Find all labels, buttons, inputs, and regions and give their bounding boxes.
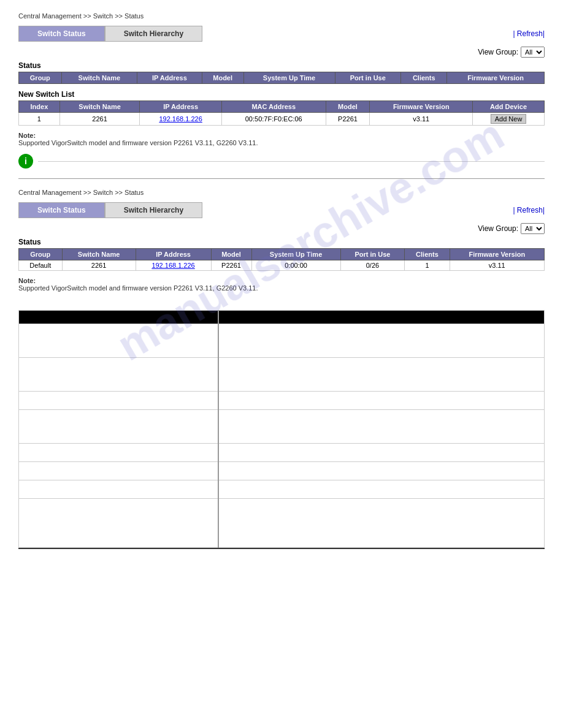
ns-ip: 192.168.1.226: [140, 113, 222, 126]
note-text-2: Supported VigorSwitch model and firmware…: [18, 284, 258, 292]
ns-switch-name: 2261: [59, 113, 140, 126]
bottom-label-3: [19, 392, 219, 410]
bottom-label-6: [19, 462, 219, 480]
bottom-thick-divider: [18, 548, 545, 549]
bottom-table-section: [18, 310, 545, 549]
s2-row-group: Default: [19, 260, 63, 271]
view-group-select-1[interactable]: All: [521, 47, 545, 58]
note-section-1: Note: Supported VigorSwitch model and fi…: [18, 132, 545, 146]
bottom-table-header: [19, 311, 545, 324]
note-title-2: Note:: [18, 277, 36, 284]
new-switch-list-label: New Switch List: [18, 90, 545, 99]
table-row: Default 2261 192.168.1.226 P2261 0:00:00…: [19, 260, 545, 271]
ns-col-add: Add Device: [473, 101, 545, 113]
s2-col-model: Model: [211, 249, 251, 260]
tab-bar-2: Switch Status Switch Hierarchy | Refresh…: [18, 202, 545, 218]
s2-ip-link[interactable]: 192.168.1.226: [151, 262, 194, 269]
refresh-link-2[interactable]: | Refresh|: [513, 206, 545, 214]
status-table-2: Group Switch Name IP Address Model Syste…: [18, 248, 545, 271]
breadcrumb-2: Central Management >> Switch >> Status: [18, 189, 545, 196]
bottom-value-4: [218, 410, 544, 444]
view-group-row-2: View Group: All: [18, 223, 545, 234]
s2-col-ip: IP Address: [136, 249, 211, 260]
note-text-1: Supported VigorSwitch model and firmware…: [18, 139, 258, 146]
col-uptime-1: System Up Time: [243, 72, 335, 84]
col-group-1: Group: [19, 72, 62, 84]
breadcrumb-1: Central Management >> Switch >> Status: [18, 12, 545, 20]
info-icon: i: [18, 154, 33, 169]
status-table-1: Group Switch Name IP Address Model Syste…: [18, 72, 545, 84]
view-group-select-2[interactable]: All: [521, 223, 545, 234]
s2-row-uptime: 0:00:00: [251, 260, 340, 271]
ns-col-mac: MAC Address: [221, 101, 326, 113]
bottom-row-3: [19, 392, 545, 410]
bottom-row-6: [19, 462, 545, 480]
col-clients-1: Clients: [401, 72, 447, 84]
new-switch-table: Index Switch Name IP Address MAC Address…: [18, 100, 545, 126]
bottom-label-8: [19, 499, 219, 548]
ns-col-name: Switch Name: [59, 101, 140, 113]
s2-col-clients: Clients: [405, 249, 450, 260]
s2-row-ip: 192.168.1.226: [136, 260, 211, 271]
bottom-value-7: [218, 480, 544, 499]
section2: Central Management >> Switch >> Status S…: [18, 189, 545, 292]
s2-row-name: 2261: [62, 260, 136, 271]
bottom-row-1: [19, 324, 545, 358]
bottom-header-left: [19, 311, 219, 324]
ns-col-firmware: Firmware Version: [370, 101, 473, 113]
col-ip-1: IP Address: [137, 72, 202, 84]
tab-bar-1: Switch Status Switch Hierarchy | Refresh…: [18, 26, 545, 42]
bottom-row-2: [19, 358, 545, 392]
bottom-row-4: [19, 410, 545, 444]
view-group-row-1: View Group: All: [18, 47, 545, 58]
bottom-label-5: [19, 444, 219, 462]
note-section-2: Note: Supported VigorSwitch model and fi…: [18, 277, 545, 292]
view-group-label-1: View Group:: [478, 48, 518, 56]
info-icon-row: i: [18, 154, 545, 169]
ns-col-index: Index: [19, 101, 60, 113]
ns-add-device: Add New: [473, 113, 545, 126]
view-group-label-2: View Group:: [478, 224, 518, 233]
bottom-value-2: [218, 358, 544, 392]
ns-ip-link[interactable]: 192.168.1.226: [159, 115, 202, 123]
s2-col-group: Group: [19, 249, 63, 260]
tab-switch-status-1[interactable]: Switch Status: [18, 26, 105, 42]
tab-switch-hierarchy-2[interactable]: Switch Hierarchy: [105, 202, 202, 218]
bottom-value-6: [218, 462, 544, 480]
section1: Central Management >> Switch >> Status S…: [18, 12, 545, 169]
bottom-label-1: [19, 324, 219, 358]
note-title-1: Note:: [18, 132, 36, 139]
s2-row-model: P2261: [211, 260, 251, 271]
ns-model: P2261: [326, 113, 370, 126]
s2-col-uptime: System Up Time: [251, 249, 340, 260]
bottom-value-3: [218, 392, 544, 410]
refresh-link-1[interactable]: | Refresh|: [513, 29, 545, 38]
bottom-label-4: [19, 410, 219, 444]
s2-col-port: Port in Use: [340, 249, 405, 260]
tab-switch-status-2[interactable]: Switch Status: [18, 202, 105, 218]
bottom-row-7: [19, 480, 545, 499]
ns-firmware: v3.11: [370, 113, 473, 126]
ns-col-model: Model: [326, 101, 370, 113]
tab-switch-hierarchy-1[interactable]: Switch Hierarchy: [105, 26, 202, 42]
status-label-2: Status: [18, 238, 545, 246]
s2-row-clients: 1: [405, 260, 450, 271]
add-new-button[interactable]: Add New: [491, 114, 527, 124]
s2-col-name: Switch Name: [62, 249, 136, 260]
col-port-1: Port in Use: [335, 72, 401, 84]
bottom-label-7: [19, 480, 219, 499]
table-row: 1 2261 192.168.1.226 00:50:7F:F0:EC:06 P…: [19, 113, 545, 126]
ns-col-ip: IP Address: [140, 101, 222, 113]
bottom-header-right: [218, 311, 544, 324]
col-firmware-1: Firmware Version: [447, 72, 545, 84]
bottom-value-1: [218, 324, 544, 358]
status-label-1: Status: [18, 61, 545, 70]
bottom-row-5: [19, 444, 545, 462]
col-switch-name-1: Switch Name: [61, 72, 137, 84]
bottom-value-5: [218, 444, 544, 462]
col-model-1: Model: [202, 72, 243, 84]
bottom-table: [18, 310, 545, 548]
ns-mac: 00:50:7F:F0:EC:06: [221, 113, 326, 126]
ns-index: 1: [19, 113, 60, 126]
bottom-label-2: [19, 358, 219, 392]
